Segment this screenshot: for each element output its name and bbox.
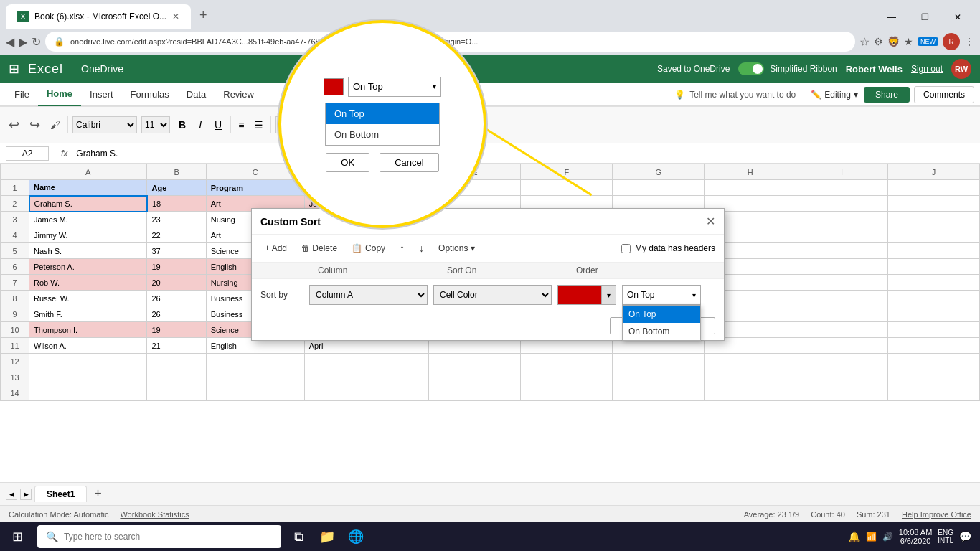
align-left-button[interactable]: ≡ [235, 116, 247, 133]
menu-file[interactable]: File [6, 83, 38, 106]
col-header-j[interactable]: J [887, 164, 979, 180]
headers-checkbox-input[interactable] [621, 244, 631, 253]
swatch-dropdown-arrow[interactable]: ▾ [601, 286, 616, 304]
menu-icon[interactable]: ⋮ [964, 36, 974, 47]
copy-level-button[interactable]: 📋 Copy [347, 241, 390, 255]
add-sheet-button[interactable]: + [90, 485, 106, 503]
back-button[interactable]: ◀ [6, 35, 14, 49]
taskbar-icon-explorer[interactable]: 📁 [313, 522, 341, 551]
move-up-button[interactable]: ↑ [395, 240, 409, 256]
menu-home[interactable]: Home [38, 83, 81, 106]
underline-button[interactable]: U [210, 116, 226, 133]
align-center-button[interactable]: ☰ [251, 116, 266, 133]
extension1-icon[interactable]: ⚙ [874, 36, 883, 47]
col-header-b[interactable]: B [147, 164, 206, 180]
col-header-i[interactable]: I [796, 164, 888, 180]
zoom-option-on-bottom[interactable]: On Bottom [326, 124, 439, 145]
sort-on-select[interactable]: Cell Color [433, 285, 552, 305]
extension3-icon[interactable]: ★ [904, 36, 913, 47]
col-header-h[interactable]: H [705, 164, 796, 180]
sheet-tab-sheet1[interactable]: Sheet1 [34, 486, 87, 502]
sign-out-link[interactable]: Sign out [911, 64, 943, 74]
cell-a1[interactable]: Name [29, 180, 147, 196]
row-number: 8 [1, 291, 29, 306]
add-level-button[interactable]: + Add [260, 241, 291, 255]
col-header-a[interactable]: A [29, 164, 147, 180]
ribbon-menu: File Home Insert Formulas Data Review 💡 … [0, 83, 980, 106]
lang-display[interactable]: ENG INTL [938, 529, 953, 545]
order-option-on-bottom[interactable]: On Bottom [623, 323, 700, 340]
taskbar-search-bar[interactable]: 🔍 [37, 525, 281, 548]
dialog-close-button[interactable]: ✕ [706, 215, 715, 228]
undo-button[interactable]: ↩ [6, 114, 22, 136]
lightbulb-icon: 💡 [674, 90, 685, 100]
bold-button[interactable]: B [174, 116, 190, 133]
clock[interactable]: 10:08 AM 6/6/2020 [899, 528, 932, 545]
network-icon[interactable]: 📶 [866, 532, 877, 542]
cell-b1[interactable]: Age [147, 180, 206, 196]
new-tab-button[interactable]: + [194, 5, 213, 26]
workbook-stats[interactable]: Workbook Statistics [120, 510, 189, 519]
copy-icon: 📋 [352, 243, 362, 253]
zoom-ok-button[interactable]: OK [326, 153, 369, 172]
zoom-cancel-button[interactable]: Cancel [380, 153, 438, 172]
menu-formulas[interactable]: Formulas [122, 83, 178, 106]
color-order-group: ▾ [557, 285, 616, 305]
simplified-ribbon-toggle[interactable]: Simplified Ribbon [738, 62, 837, 75]
forward-button[interactable]: ▶ [19, 35, 27, 49]
zoom-red-swatch [324, 78, 344, 95]
row-number: 1 [1, 180, 29, 196]
taskbar-icon-task-view[interactable]: ⧉ [284, 522, 313, 551]
menu-review[interactable]: Review [215, 83, 263, 106]
comments-button[interactable]: Comments [914, 86, 974, 103]
tell-me-box[interactable]: 💡 Tell me what you want to do [665, 86, 805, 103]
format-painter-button[interactable]: 🖌 [47, 116, 63, 133]
taskbar-search-input[interactable] [64, 532, 273, 542]
scroll-left-button[interactable]: ◀ [6, 489, 17, 500]
delete-level-button[interactable]: 🗑 Delete [297, 241, 341, 255]
redo-button[interactable]: ↪ [27, 114, 43, 136]
user-profile-icon[interactable]: R [943, 33, 960, 50]
extension2-icon[interactable]: 🦁 [887, 36, 900, 47]
help-link[interactable]: Help Improve Office [902, 510, 971, 519]
my-data-headers-checkbox[interactable]: My data has headers [621, 243, 715, 253]
menu-data[interactable]: Data [178, 83, 215, 106]
zoom-option-on-top[interactable]: On Top [326, 103, 439, 124]
apps-grid-icon[interactable]: ⊞ [9, 61, 19, 77]
font-size-select[interactable]: 11 [141, 116, 170, 133]
move-down-button[interactable]: ↓ [415, 240, 428, 256]
share-button[interactable]: Share [864, 87, 910, 103]
active-tab[interactable]: X Book (6).xlsx - Microsoft Excel O... ✕ [6, 4, 191, 29]
editing-button[interactable]: ✏️ Editing ▾ [805, 87, 864, 103]
start-button[interactable]: ⊞ [0, 522, 34, 551]
close-button[interactable]: ✕ [941, 6, 974, 29]
refresh-button[interactable]: ↻ [32, 35, 41, 49]
options-button[interactable]: Options ▾ [434, 241, 479, 255]
user-avatar[interactable]: RW [951, 59, 971, 79]
minimize-button[interactable]: — [875, 6, 908, 29]
divider-1 [67, 116, 68, 133]
order-option-on-top[interactable]: On Top [623, 306, 700, 323]
action-center-icon[interactable]: 💬 [959, 531, 971, 542]
column-select[interactable]: Column A [309, 285, 428, 305]
menu-insert[interactable]: Insert [81, 83, 122, 106]
tell-me-text: Tell me what you want to do [689, 90, 796, 100]
col-header-f[interactable]: F [521, 164, 613, 180]
col-header-g[interactable]: G [613, 164, 705, 180]
bookmark-icon[interactable]: ☆ [859, 35, 870, 49]
zoom-order-dropdown[interactable]: On Top ▾ [348, 77, 441, 97]
order-dropdown-trigger[interactable]: On Top ▾ [622, 285, 701, 305]
cell-c1[interactable]: Program [206, 180, 304, 196]
scroll-right-button[interactable]: ▶ [20, 489, 32, 500]
maximize-button[interactable]: ❐ [908, 6, 941, 29]
taskbar-icon-chrome[interactable]: 🌐 [341, 522, 370, 551]
font-name-select[interactable]: Calibri [72, 116, 137, 133]
cell-ref-input[interactable] [6, 146, 49, 161]
system-tray: 🔔 📶 🔊 [848, 531, 893, 542]
toggle-switch[interactable] [738, 62, 764, 75]
row-number: 4 [1, 227, 29, 243]
italic-button[interactable]: I [194, 116, 206, 133]
tab-close-icon[interactable]: ✕ [172, 11, 179, 22]
notifications-icon[interactable]: 🔔 [848, 531, 860, 542]
volume-icon[interactable]: 🔊 [882, 532, 893, 542]
